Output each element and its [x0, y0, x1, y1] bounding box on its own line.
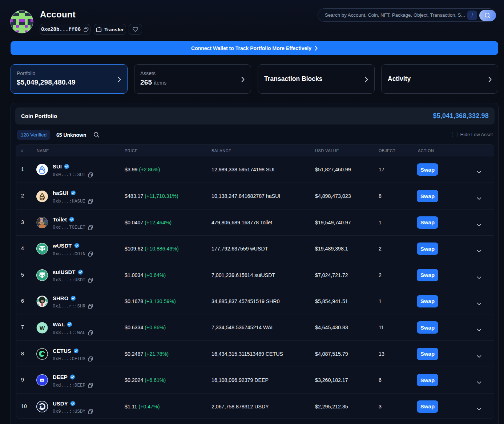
svg-text:W: W — [40, 325, 45, 331]
